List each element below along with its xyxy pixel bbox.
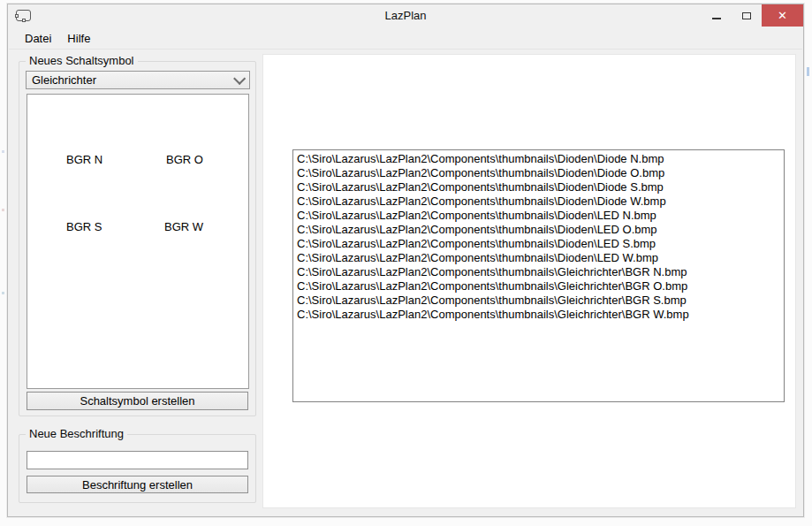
- thumbnail-bgr-w[interactable]: BGR W: [164, 220, 203, 233]
- window-title: LazPlan: [8, 9, 803, 22]
- file-path-listbox: C:\Siro\Lazarus\LazPlan2\Components\thum…: [292, 149, 785, 402]
- symbol-category-combobox[interactable]: Gleichrichter: [26, 71, 250, 89]
- main-panel: C:\Siro\Lazarus\LazPlan2\Components\thum…: [262, 54, 796, 508]
- create-caption-button[interactable]: Beschriftung erstellen: [27, 476, 248, 493]
- maximize-button[interactable]: [732, 4, 762, 27]
- create-symbol-button[interactable]: Schaltsymbol erstellen: [27, 392, 248, 410]
- list-item[interactable]: C:\Siro\Lazarus\LazPlan2\Components\thum…: [297, 194, 782, 209]
- group-new-symbol-label: Neues Schaltsymbol: [26, 54, 138, 68]
- list-item[interactable]: C:\Siro\Lazarus\LazPlan2\Components\thum…: [297, 251, 782, 265]
- desktop-fragment: [807, 67, 809, 76]
- group-new-caption-label: Neue Beschriftung: [26, 427, 127, 441]
- group-new-caption: Neue Beschriftung Beschriftung erstellen: [19, 434, 256, 503]
- desktop-fragment: [2, 292, 4, 294]
- maximize-icon: [742, 12, 751, 19]
- caption-input[interactable]: [27, 451, 248, 469]
- list-item[interactable]: C:\Siro\Lazarus\LazPlan2\Components\thum…: [297, 265, 782, 279]
- list-item[interactable]: C:\Siro\Lazarus\LazPlan2\Components\thum…: [297, 223, 782, 237]
- minimize-button[interactable]: [702, 4, 732, 27]
- desktop-fragment: [2, 150, 4, 153]
- list-item[interactable]: C:\Siro\Lazarus\LazPlan2\Components\thum…: [297, 237, 782, 251]
- thumbnail-bgr-n[interactable]: BGR N: [66, 153, 102, 166]
- list-item[interactable]: C:\Siro\Lazarus\LazPlan2\Components\thum…: [297, 152, 782, 166]
- thumbnail-bgr-s[interactable]: BGR S: [66, 220, 102, 233]
- list-item[interactable]: C:\Siro\Lazarus\LazPlan2\Components\thum…: [297, 279, 782, 293]
- group-new-symbol: Neues Schaltsymbol Gleichrichter BGR N B…: [19, 61, 256, 416]
- title-bar[interactable]: LazPlan ✕: [8, 4, 803, 27]
- desktop-fragment: [2, 209, 4, 211]
- close-button[interactable]: ✕: [762, 4, 803, 27]
- menu-bar: Datei Hilfe: [9, 27, 802, 50]
- menu-item-hilfe[interactable]: Hilfe: [59, 28, 98, 49]
- list-item[interactable]: C:\Siro\Lazarus\LazPlan2\Components\thum…: [297, 293, 782, 308]
- combobox-value: Gleichrichter: [32, 73, 233, 87]
- list-item[interactable]: C:\Siro\Lazarus\LazPlan2\Components\thum…: [297, 180, 782, 194]
- list-item[interactable]: C:\Siro\Lazarus\LazPlan2\Components\thum…: [297, 308, 782, 322]
- window-controls: ✕: [702, 4, 803, 27]
- list-item[interactable]: C:\Siro\Lazarus\LazPlan2\Components\thum…: [297, 166, 782, 180]
- menu-item-datei[interactable]: Datei: [17, 28, 59, 49]
- chevron-down-icon: [233, 72, 246, 84]
- close-icon: ✕: [778, 9, 787, 22]
- minimize-icon: [712, 18, 721, 19]
- symbol-thumbnail-panel: BGR N BGR O BGR S BGR W: [27, 94, 249, 389]
- app-window: LazPlan ✕ Datei Hilfe Neues Schaltsymbol…: [7, 4, 804, 517]
- thumbnail-bgr-o[interactable]: BGR O: [166, 153, 203, 166]
- list-item[interactable]: C:\Siro\Lazarus\LazPlan2\Components\thum…: [297, 209, 782, 223]
